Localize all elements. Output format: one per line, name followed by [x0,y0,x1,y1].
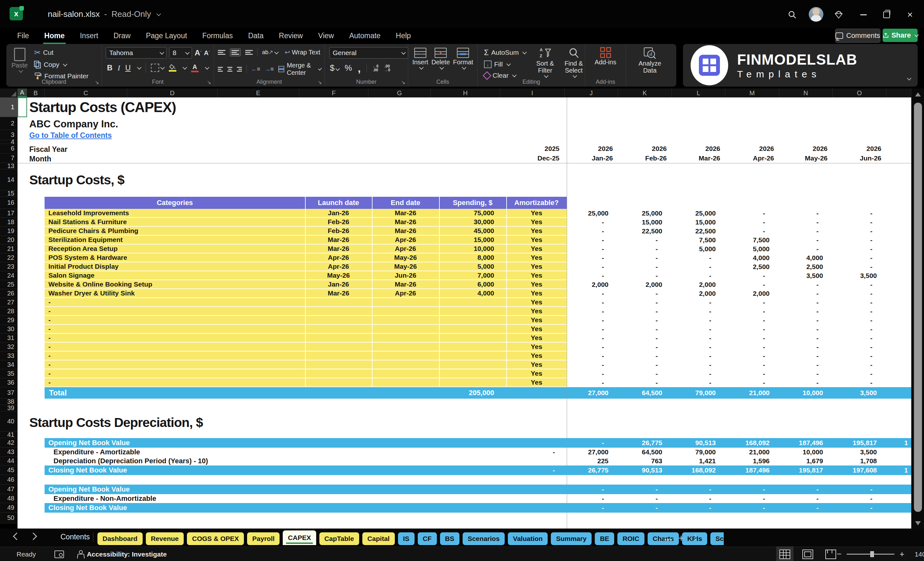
autosum-button[interactable]: Σ AutoSum [482,47,528,58]
table-cell[interactable]: Mar-26 [372,209,439,217]
table-row[interactable]: Website & Online Booking SetupJan-26Mar-… [45,280,567,289]
table-cell[interactable]: May-26 [372,254,439,262]
row-header-22[interactable]: 22 [0,254,18,262]
table-cell[interactable]: May-26 [372,262,439,271]
table-cell[interactable]: Yes [506,218,567,226]
underline-button[interactable]: U [125,63,130,72]
cell-value[interactable]: - [779,316,823,325]
table-cell[interactable]: 15,000 [439,236,494,244]
menu-tab-review[interactable]: Review [278,30,303,41]
sheet-tab-dashboard[interactable]: Dashboard [98,532,142,545]
middle-align-button[interactable] [230,48,241,56]
decrease-font-size-button[interactable]: Aˇ [204,47,210,58]
table-row[interactable]: Nail Stations & FurnitureFeb-26Mar-2630,… [45,218,567,227]
row-header-29[interactable]: 29 [0,316,18,325]
cell-value[interactable]: - [672,503,716,513]
sheet-tab-summary[interactable]: Summary [551,532,592,545]
more-tabs-button[interactable]: ••• [664,536,673,543]
cell-value[interactable]: - [564,494,609,503]
cell-value[interactable]: - [779,351,823,360]
cell-value[interactable]: 64,500 [618,387,662,399]
cell-value[interactable]: 2026 [779,144,828,153]
cell-value[interactable]: - [832,209,877,218]
cell-value[interactable]: 763 [618,457,662,465]
cell-value[interactable]: - [618,343,662,351]
column-header-K[interactable]: K [618,88,672,98]
column-header-J[interactable]: J [564,88,618,98]
cell-value[interactable]: - [564,351,609,360]
column-header-D[interactable]: D [128,88,218,98]
cell-value[interactable]: - [832,484,877,494]
sheet-tab-valuation[interactable]: Valuation [508,532,548,545]
cell-value[interactable]: 187,496 [725,465,770,475]
row-header-17[interactable]: 17 [0,209,18,218]
table-cell[interactable]: Yes [506,369,567,378]
cell-value[interactable]: - [618,316,662,325]
row-header-50[interactable]: 50 [0,513,18,524]
table-cell[interactable]: 75,000 [439,209,494,217]
page-layout-view-button[interactable] [802,549,813,559]
font-dialog-launcher[interactable]: ↘ [207,79,211,86]
table-cell[interactable]: 30,000 [439,218,494,226]
column-header-M[interactable]: M [725,88,779,98]
category-cell[interactable]: POS System & Hardware [48,254,300,262]
cell-value[interactable]: - [832,307,877,316]
cell-value[interactable]: - [725,503,770,513]
bottom-align-button[interactable] [245,50,253,55]
cell-value[interactable]: - [832,227,877,236]
sheet-options-menu-icon[interactable]: ⁝ [694,532,697,542]
cell-value[interactable]: - [564,378,609,387]
cell-value[interactable]: - [564,254,609,262]
cell-value[interactable]: 25,000 [564,209,609,218]
table-cell[interactable]: Yes [506,289,567,297]
sheet-tab-sc[interactable]: Sc [710,532,724,545]
cell-value[interactable]: - [725,369,770,378]
cell-value[interactable]: 2,000 [618,280,662,289]
category-cell[interactable]: - [48,369,300,378]
cell-value[interactable]: 168,092 [672,465,716,475]
cell-value[interactable]: - [832,280,877,289]
document-title[interactable]: nail-salon.xlsx - Read-Only [48,0,160,28]
cell-value[interactable]: - [618,289,662,298]
cell-value[interactable]: 27,000 [564,387,609,399]
align-left-button[interactable] [218,67,223,72]
table-cell[interactable]: Yes [506,280,567,288]
cell-value[interactable]: 1,708 [832,457,877,465]
merge-center-button[interactable]: Merge & Center [278,62,321,76]
cell-value[interactable]: - [832,360,877,369]
cell-value[interactable]: - [618,378,662,387]
add-sheet-button[interactable]: + [678,532,684,544]
cell-value[interactable]: - [725,325,770,334]
sheet-tab-roic[interactable]: ROIC [617,532,645,545]
table-cell[interactable]: Yes [506,254,567,262]
table-cell[interactable]: Apr-26 [305,254,372,262]
cell-value[interactable]: - [672,316,716,325]
cell-value[interactable]: 3,500 [779,271,823,280]
category-cell[interactable]: - [48,378,300,387]
row-header-36[interactable]: 36 [0,378,18,387]
cell-value[interactable]: 168,092 [725,438,770,448]
cell-value[interactable]: 3,500 [832,448,877,457]
cell-value[interactable]: Apr-26 [725,153,774,163]
table-row[interactable]: -Yes [45,378,567,387]
table-cell[interactable]: Yes [506,316,567,324]
cell-value[interactable]: 15,000 [672,218,716,227]
selected-cell-a1[interactable] [18,98,27,117]
column-header-A[interactable]: A [18,88,27,98]
table-cell[interactable]: Yes [506,262,567,271]
column-header-H[interactable]: H [431,88,500,98]
table-row[interactable]: -Yes [45,298,567,307]
category-cell[interactable]: Washer Dryer & Utility Sink [48,289,300,297]
cell-value[interactable]: - [725,351,770,360]
cell-value[interactable]: - [725,334,770,343]
cell-value[interactable]: - [564,325,609,334]
cell-value[interactable]: - [832,316,877,325]
table-row[interactable]: -Yes [45,307,567,316]
cell-value[interactable]: - [779,343,823,351]
table-cell[interactable]: 7,000 [439,271,494,279]
sheet-tab-capital[interactable]: Capital [362,532,395,545]
cell-value[interactable]: - [500,465,560,475]
cell-value[interactable]: - [564,316,609,325]
cell-value[interactable]: 79,000 [672,448,716,457]
table-row[interactable]: Pedicure Chairs & PlumbingFeb-26Mar-2645… [45,227,567,236]
